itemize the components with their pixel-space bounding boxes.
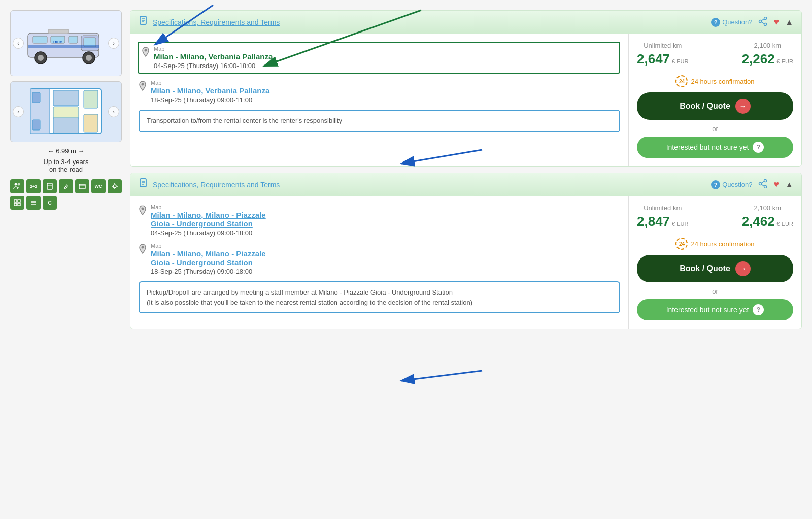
price-unlimited-label-2: Unlimited km — [637, 204, 688, 212]
price-unlimited-1: Unlimited km 2,647 € EUR — [637, 42, 688, 67]
confirmation-label-2: 24 hours confirmation — [691, 240, 754, 248]
specs-link-2[interactable]: Specifications, Requirements and Terms — [153, 181, 280, 189]
book-arrow-1: → — [735, 99, 751, 114]
svg-point-50 — [142, 83, 144, 86]
feature-icon-berths: 2+2 — [26, 179, 41, 193]
price-unlimited-number-1: 2,647 — [637, 51, 670, 67]
svg-point-44 — [764, 17, 767, 19]
pickup-pin-2 — [139, 205, 147, 217]
feature-icon-storage — [75, 179, 89, 193]
svg-rect-15 — [32, 92, 40, 103]
dropoff-link-2[interactable]: Milan - Milano, Milano - PiazzaleGioia -… — [151, 249, 620, 267]
svg-point-61 — [142, 246, 144, 249]
pickup-info-2: Map Milan - Milano, Milano - PiazzaleGio… — [151, 204, 620, 237]
pickup-link-1[interactable]: Milan - Milano, Verbania Pallanza — [154, 52, 616, 61]
collapse-icon-1[interactable]: ▲ — [785, 18, 793, 27]
dropoff-map-label-2: Map — [151, 243, 620, 249]
price-unlimited-value-1: 2,647 € EUR — [637, 51, 688, 67]
card-left-1: Map Milan - Milano, Verbania Pallanza 04… — [130, 34, 629, 166]
prev-floorplan-arrow[interactable]: ‹ — [13, 106, 24, 117]
svg-line-48 — [762, 22, 765, 24]
confirmation-label-1: 24 hours confirmation — [691, 78, 754, 85]
price-limited-number-2: 2,462 — [742, 214, 775, 229]
card-header-right-2: ? Question? ♥ ▲ — [711, 179, 793, 190]
dropoff-pin-2 — [139, 244, 147, 256]
question-icon-2: ? — [711, 180, 720, 189]
question-btn-1[interactable]: ? Question? — [711, 18, 752, 27]
pickup-location-1: Map Milan - Milano, Verbania Pallanza 04… — [138, 42, 620, 74]
rental-card-2: Specifications, Requirements and Terms ?… — [130, 173, 802, 329]
doc-icon-2 — [139, 178, 149, 191]
next-floorplan-arrow[interactable]: › — [108, 106, 119, 117]
price-limited-value-2: 2,462 € EUR — [742, 214, 793, 230]
hours-badge-2: 24 — [675, 238, 688, 250]
prev-image-arrow[interactable]: ‹ — [13, 38, 24, 49]
svg-rect-12 — [48, 29, 69, 34]
info-box-2: Pickup/Dropoff are arranged by meeting a… — [139, 281, 620, 313]
interested-label-1: Interested but not sure yet — [666, 143, 749, 151]
question-label-2: Question? — [722, 181, 752, 188]
svg-rect-18 — [53, 118, 79, 133]
feature-icon-extra — [26, 196, 41, 210]
svg-rect-34 — [18, 200, 20, 202]
pickup-info-1: Map Milan - Milano, Verbania Pallanza 04… — [154, 46, 616, 70]
card-header-left-2: Specifications, Requirements and Terms — [139, 178, 280, 191]
svg-point-8 — [38, 55, 44, 61]
price-unlimited-currency-1: € EUR — [672, 58, 688, 64]
hours-badge-1: 24 — [675, 75, 688, 87]
confirmation-badge-2: 24 24 hours confirmation — [637, 238, 793, 250]
feature-icon-wc: WC — [91, 179, 106, 193]
svg-rect-35 — [14, 203, 17, 206]
svg-point-46 — [759, 20, 762, 22]
next-image-arrow[interactable]: › — [108, 38, 119, 49]
price-unlimited-number-2: 2,847 — [637, 214, 670, 229]
svg-rect-19 — [84, 90, 98, 108]
interested-help-icon-2: ? — [753, 304, 764, 315]
or-text-1: or — [637, 125, 793, 133]
svg-rect-4 — [33, 36, 47, 43]
book-label-2: Book / Quote — [680, 264, 730, 273]
svg-line-58 — [762, 181, 765, 183]
heart-icon-1[interactable]: ♥ — [773, 17, 779, 27]
doc-icon-1 — [139, 16, 149, 28]
pickup-link-2[interactable]: Milan - Milano, Milano - PiazzaleGioia -… — [151, 211, 620, 228]
svg-rect-33 — [14, 200, 17, 202]
svg-point-56 — [764, 185, 767, 188]
svg-line-47 — [762, 19, 765, 21]
share-icon-1[interactable] — [758, 17, 767, 28]
price-limited-2: 2,100 km 2,462 € EUR — [742, 204, 793, 230]
dropoff-link-1[interactable]: Milan - Milano, Verbania Pallanza — [151, 86, 620, 95]
svg-rect-6 — [69, 36, 78, 43]
card-left-2: Map Milan - Milano, Milano - PiazzaleGio… — [130, 196, 629, 329]
svg-rect-26 — [79, 184, 85, 189]
card-header-left-1: Specifications, Requirements and Terms — [139, 16, 280, 28]
share-icon-2[interactable] — [758, 179, 767, 190]
pickup-map-label-1: Map — [154, 46, 616, 52]
card-header-right-1: ? Question? ♥ ▲ — [711, 17, 793, 28]
svg-rect-3 — [28, 45, 99, 48]
interested-button-1[interactable]: Interested but not sure yet ? — [637, 137, 793, 158]
book-button-2[interactable]: Book / Quote → — [637, 255, 793, 282]
price-limited-label-2: 2,100 km — [742, 204, 793, 212]
book-button-1[interactable]: Book / Quote → — [637, 92, 793, 120]
interested-label-2: Interested but not sure yet — [666, 306, 749, 314]
pickup-location-2: Map Milan - Milano, Milano - PiazzaleGio… — [139, 204, 620, 237]
svg-rect-24 — [47, 183, 52, 189]
card-right-2: Unlimited km 2,847 € EUR 2,100 km 2,462 … — [629, 196, 801, 329]
specs-link-1[interactable]: Specifications, Requirements and Terms — [153, 18, 280, 26]
price-unlimited-label-1: Unlimited km — [637, 42, 688, 49]
feature-icon-fridge — [43, 179, 57, 193]
pickup-map-label-2: Map — [151, 204, 620, 210]
collapse-icon-2[interactable]: ▲ — [785, 180, 793, 189]
pricing-row-1: Unlimited km 2,647 € EUR 2,100 km 2,262 … — [637, 42, 793, 67]
floorplan-image: ‹ › — [10, 81, 122, 142]
main-content: Specifications, Requirements and Terms ?… — [130, 10, 802, 329]
price-limited-number-1: 2,262 — [742, 51, 775, 67]
dropoff-info-2: Map Milan - Milano, Milano - PiazzaleGio… — [151, 243, 620, 275]
interested-button-2[interactable]: Interested but not sure yet ? — [637, 299, 793, 320]
card-right-1: Unlimited km 2,647 € EUR 2,100 km 2,262 … — [629, 34, 801, 166]
price-limited-currency-1: € EUR — [777, 58, 793, 64]
question-btn-2[interactable]: ? Question? — [711, 180, 752, 189]
heart-icon-2[interactable]: ♥ — [773, 179, 779, 190]
feature-icons-container: 2+2 WC C — [10, 179, 122, 210]
